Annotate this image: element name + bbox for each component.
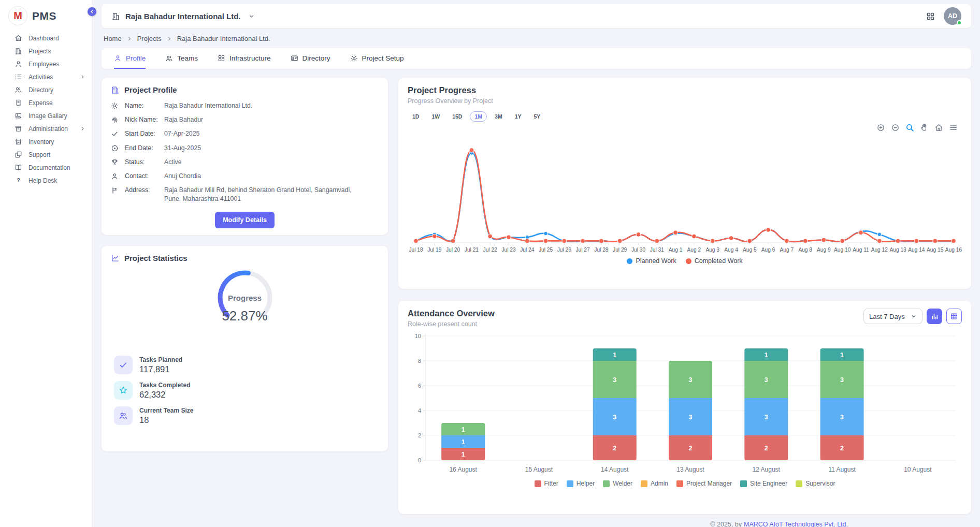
svg-text:Aug 6: Aug 6 [761, 247, 775, 253]
users-icon [15, 86, 22, 94]
range-5y-button[interactable]: 5Y [529, 111, 545, 122]
field-value: Raja Bahadur International Ltd. [164, 101, 252, 110]
range-3m-button[interactable]: 3M [490, 111, 507, 122]
legend-marker [627, 258, 632, 264]
svg-text:Jul 25: Jul 25 [539, 247, 553, 253]
legend-admin[interactable]: Admin [641, 480, 668, 487]
stat-label: Tasks Completed [139, 382, 190, 389]
sidebar-item-dashboard[interactable]: Dashboard [0, 32, 92, 45]
project-progress-card: Project Progress Progress Overview by Pr… [398, 78, 971, 289]
sidebar-item-employees[interactable]: Employees [0, 57, 92, 70]
progress-line-chart: Jul 18Jul 19Jul 20Jul 21Jul 22Jul 23Jul … [408, 139, 962, 256]
app-name: PMS [32, 10, 56, 22]
svg-text:3: 3 [840, 414, 844, 421]
tab-infrastructure[interactable]: Infrastructure [218, 48, 271, 69]
legend-project-manager[interactable]: Project Manager [676, 480, 732, 487]
user-icon [15, 60, 22, 68]
user-icon [114, 54, 122, 62]
sidebar-item-support[interactable]: Support [0, 148, 92, 161]
profile-card-header: Project Profile [111, 85, 379, 94]
legend-completed-work[interactable]: Completed Work [686, 257, 743, 265]
svg-text:Aug 14: Aug 14 [908, 247, 925, 253]
sidebar-item-directory[interactable]: Directory [0, 83, 92, 96]
modify-details-button[interactable]: Modify Details [215, 212, 275, 228]
range-1w-button[interactable]: 1W [427, 111, 444, 122]
legend-site-engineer[interactable]: Site Engineer [740, 480, 787, 487]
tab-directory[interactable]: Directory [291, 48, 330, 69]
legend-helper[interactable]: Helper [567, 480, 595, 487]
stat-tasks-completed: Tasks Completed62,332 [114, 381, 379, 400]
view-table-button[interactable] [946, 309, 962, 324]
svg-text:1: 1 [462, 426, 465, 433]
legend-label: Project Manager [686, 480, 732, 487]
sidebar-item-projects[interactable]: Projects [0, 45, 92, 57]
attendance-overview-card: Attendance Overview Role-wise present co… [398, 301, 971, 514]
breadcrumb: HomeProjectsRaja Bahadur International L… [102, 28, 971, 48]
tab-teams[interactable]: Teams [165, 48, 198, 69]
legend-supervisor[interactable]: Supervisor [796, 480, 835, 487]
receipt-icon [15, 99, 22, 107]
range-1d-button[interactable]: 1D [408, 111, 424, 122]
tab-profile[interactable]: Profile [114, 48, 146, 69]
legend-welder[interactable]: Welder [603, 480, 632, 487]
view-bar-chart-button[interactable] [927, 309, 942, 324]
flag-icon [111, 186, 119, 194]
sidebar-collapse-button[interactable] [88, 7, 96, 16]
sidebar-item-inventory[interactable]: Inventory [0, 135, 92, 148]
svg-text:Jul 20: Jul 20 [446, 247, 460, 253]
sidebar-item-activities[interactable]: Activities [0, 70, 92, 83]
chart-line-icon [111, 254, 120, 262]
svg-text:0: 0 [418, 457, 421, 463]
chevron-right-icon [166, 36, 172, 42]
line-chart-legend: Planned WorkCompleted Work [408, 257, 962, 265]
company-selector[interactable]: Raja Bahadur International Ltd. [111, 12, 255, 21]
profile-fields: Name:Raja Bahadur International Ltd.Nick… [111, 101, 379, 204]
user-icon [111, 172, 119, 180]
svg-text:Aug 1: Aug 1 [669, 247, 683, 253]
users-icon [119, 411, 128, 420]
apps-grid-icon[interactable] [926, 11, 935, 21]
stat-current-team-size: Current Team Size18 [114, 406, 379, 425]
field-label: Start Date: [125, 129, 158, 138]
svg-text:Aug 5: Aug 5 [743, 247, 757, 253]
date-range-select[interactable]: Last 7 Days [863, 309, 923, 324]
zoom-out-icon[interactable] [891, 123, 900, 132]
tab-project-setup[interactable]: Project Setup [350, 48, 404, 69]
circle-dot-icon [111, 144, 119, 152]
legend-fitter[interactable]: Fitter [535, 480, 558, 487]
stat-icon-box [114, 356, 133, 374]
menu-icon[interactable] [949, 123, 958, 132]
attendance-bar-chart: 024681011116 August15 August233114 Augus… [408, 331, 962, 478]
profile-field-start-date: Start Date:07-Apr-2025 [111, 129, 379, 138]
time-range-buttons: 1D1W15D1M3M1Y5Y [408, 111, 962, 122]
legend-planned-work[interactable]: Planned Work [627, 257, 676, 265]
field-value: Raja Bahadur Mill Rd, behind Sheraton Gr… [164, 186, 355, 203]
breadcrumb-projects[interactable]: Projects [137, 35, 162, 42]
pan-icon[interactable] [920, 123, 929, 132]
svg-text:13 August: 13 August [676, 466, 704, 473]
home-icon [15, 34, 22, 42]
field-value: Anuj Chordia [164, 172, 201, 181]
fingerprint-icon [111, 116, 119, 124]
sidebar-item-expense[interactable]: Expense [0, 96, 92, 109]
field-label: Status: [125, 158, 158, 167]
right-column: Project Progress Progress Overview by Pr… [398, 78, 971, 514]
range-1m-button[interactable]: 1M [470, 111, 487, 122]
home-icon[interactable] [934, 123, 943, 132]
sidebar-item-help-desk[interactable]: ?Help Desk [0, 174, 92, 187]
user-avatar[interactable]: AD [944, 7, 961, 25]
range-1y-button[interactable]: 1Y [510, 111, 526, 122]
selection-zoom-icon[interactable] [905, 123, 914, 132]
footer-company-link[interactable]: MARCO AIoT Technologies Pvt. Ltd. [744, 521, 848, 527]
breadcrumb-home[interactable]: Home [104, 35, 122, 42]
zoom-in-icon[interactable] [876, 123, 885, 132]
legend-label: Supervisor [805, 480, 835, 487]
chevron-right-icon [126, 36, 133, 42]
sidebar-item-administration[interactable]: Administration [0, 122, 92, 135]
sidebar-item-image-gallary[interactable]: Image Gallary [0, 109, 92, 122]
sidebar-item-documentation[interactable]: Documentation [0, 161, 92, 174]
profile-field-nick-name: Nick Name:Raja Bahadur [111, 115, 379, 124]
range-15d-button[interactable]: 15D [448, 111, 467, 122]
svg-text:1: 1 [462, 451, 465, 458]
svg-text:Jul 28: Jul 28 [594, 247, 609, 253]
